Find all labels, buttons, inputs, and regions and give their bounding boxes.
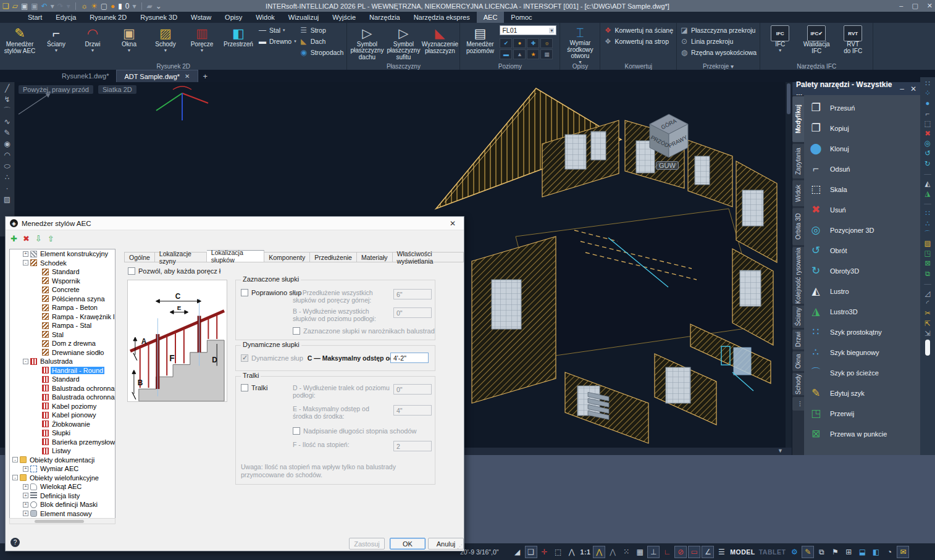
tree-expander-icon[interactable]: + <box>23 511 28 516</box>
point-icon[interactable]: · <box>6 184 9 193</box>
join-icon[interactable]: ⧉ <box>925 270 930 278</box>
ortho-icon[interactable]: ⊘ <box>674 546 687 558</box>
tree-item-stal[interactable]: Stal <box>10 330 115 340</box>
view-cube[interactable]: GÓRA PRZÓD PRAWY <box>646 112 692 161</box>
tree-item-standard[interactable]: Standard <box>10 267 115 277</box>
break-icon[interactable]: ◳ <box>925 249 931 257</box>
tree-item-blok-definicji-maski[interactable]: +Blok definicji Maski <box>10 500 115 509</box>
sketch-icon[interactable]: ✎ <box>4 128 10 137</box>
palette-item-lustro[interactable]: ◭Lustro <box>808 281 920 301</box>
ribbon-button-rzedna-wysokosciowa[interactable]: ◍Rzędna wysokościowa <box>680 48 757 57</box>
ribbon-button-dach[interactable]: ◣Dach <box>300 36 344 46</box>
palette-item-lustro3d[interactable]: ◮Lustro3D <box>808 301 920 322</box>
dialog-tab-lokalizacja-s-upkow[interactable]: Lokalizacja słupków <box>207 250 264 262</box>
ribbon-button-walidacja-ifc[interactable]: IFC✔Walidacja IFC <box>799 23 834 61</box>
match-properties-icon[interactable]: ▰ <box>147 2 153 10</box>
trim-icon[interactable]: ✂ <box>925 309 931 317</box>
tree-item-rampa-beton[interactable]: Rampa - Beton <box>10 303 115 312</box>
tree-item-handrail-round[interactable]: Handrail - Round <box>10 366 115 375</box>
tree-item-wspornik[interactable]: Wspornik <box>10 277 115 286</box>
ribbon-button-schody[interactable]: ▨Schody▼ <box>148 23 183 61</box>
ucs-icon-icon[interactable]: ∟ <box>661 546 673 558</box>
tree-item-standard[interactable]: Standard <box>10 375 115 384</box>
tree-expander-icon[interactable]: - <box>23 359 28 364</box>
scale-icon[interactable]: ⬚ <box>925 120 931 128</box>
ribbon-button-drzwi[interactable]: ◠Drzwi▼ <box>75 23 111 61</box>
tree-expander-icon[interactable]: + <box>23 502 28 508</box>
divider-icon[interactable]: — <box>924 170 931 178</box>
settings-gear-icon[interactable]: ⚙ <box>788 546 800 558</box>
tread-length-override-checkbox[interactable] <box>293 427 300 435</box>
snap-tracking-icon[interactable]: ✛ <box>539 546 551 558</box>
dialog-close-icon[interactable]: ✕ <box>446 219 459 228</box>
level-combo[interactable]: FL01▾ <box>500 25 556 35</box>
level-user-icon[interactable]: ✚ <box>527 38 539 48</box>
unlock-icon[interactable]: ● <box>111 2 115 10</box>
tree-item-po-scienna-szyna[interactable]: Półścienna szyna <box>10 295 115 304</box>
extend-icon[interactable]: ⇱ <box>925 320 931 328</box>
dialog-tab-w-asciwosci-wyswietlania[interactable]: Właściwości wyświetlania <box>393 252 464 262</box>
fixed-posts-checkbox[interactable] <box>241 289 248 296</box>
ribbon-button-menedzer-stylow-aec[interactable]: ✎Menedżer stylów AEC <box>2 23 38 61</box>
command-filter-icon[interactable]: ▼ <box>778 448 783 454</box>
copy-clip-icon[interactable]: ⊞ <box>842 546 855 558</box>
ribbon-tab-wstaw[interactable]: Wstaw <box>184 12 218 23</box>
row-e-field[interactable]: 4" <box>393 405 432 416</box>
palette-tab-okna[interactable]: Okna <box>792 351 804 371</box>
tab-close-icon[interactable]: ✕ <box>185 73 190 80</box>
save-as-icon[interactable]: ▣ <box>31 2 38 10</box>
ribbon-button-wymiar-srodkowy-otworu[interactable]: ⌶Wymiar środkowy otworu▼ <box>562 23 598 61</box>
ribbon-button-symbol-p-aszczyzny-sufitu[interactable]: ▷Symbol płaszczyzny sufitu <box>385 23 421 61</box>
ribbon-tab-opisy[interactable]: Opisy <box>218 12 249 23</box>
level-line-icon[interactable]: ▬ <box>500 49 512 59</box>
arc-3pt-icon[interactable]: ◠ <box>4 151 10 159</box>
palette-tab-modyfikuj[interactable]: Modyfikuj <box>792 96 804 142</box>
palette-tab-[interactable]: … <box>792 397 804 411</box>
ribbon-button-menedzer-poziomow[interactable]: ▤Menedżer poziomów <box>462 23 498 61</box>
ribbon-tab-start[interactable]: Start <box>21 12 49 23</box>
row-b-field[interactable]: 0" <box>393 307 432 318</box>
palette-tab-sciany[interactable]: Ściany <box>792 306 804 328</box>
tree-item-balustrada-ochronna[interactable]: Balustrada ochronna <box>10 393 115 402</box>
dialog-title-bar[interactable]: ◈ Menedżer stylów AEC ✕ <box>6 217 464 230</box>
tree-item-obiekty-wielofunkcyjne[interactable]: -Obiekty wielofunkcyjne <box>10 474 115 483</box>
palette-close-icon[interactable]: ✕ <box>910 85 916 93</box>
new-drawing-icon[interactable]: ❏ <box>2 2 9 10</box>
collaborate-icon[interactable]: ⧉ <box>815 546 828 558</box>
help-icon[interactable]: ? <box>10 538 20 547</box>
tree-item-element-konstrukcyjny[interactable]: +Element konstrukcyjny <box>10 249 115 259</box>
close-icon[interactable]: ✕ <box>927 2 933 10</box>
minimize-icon[interactable]: – <box>899 2 903 10</box>
tree-item-concrete[interactable]: Concrete <box>10 285 115 295</box>
palette-item-klonuj[interactable]: ⬤Klonuj <box>808 138 920 159</box>
palette-tab-schody[interactable]: Schody <box>792 373 804 395</box>
snap-grid-dots-icon[interactable]: ⁙ <box>620 546 632 558</box>
palette-tab-drzwi[interactable]: Drzwi <box>792 330 804 349</box>
palette-item-szyk-po-sciezce[interactable]: ⌒Szyk po ścieżce <box>808 362 920 383</box>
level-lock-icon[interactable]: ● <box>513 38 526 48</box>
level-copy-icon[interactable]: ▦ <box>540 49 553 59</box>
edit-array-icon[interactable]: ▨ <box>925 240 931 248</box>
level-check-icon[interactable]: ✔ <box>500 38 512 48</box>
ribbon-button-sciany[interactable]: ⌐Ściany▼ <box>38 23 74 61</box>
tree-expander-icon[interactable]: + <box>23 493 28 498</box>
tree-item-rampa-kraweznik-l[interactable]: Rampa - Krawężnik l <box>10 312 115 322</box>
mirror-3d-icon[interactable]: ◮ <box>925 190 931 198</box>
erase-icon[interactable]: ✖ <box>925 130 931 138</box>
palette-tab-widok[interactable]: Widok <box>792 180 804 206</box>
tree-expander-icon[interactable]: - <box>23 260 28 265</box>
annotation-scale-icon[interactable]: ⋀ <box>566 546 578 558</box>
palette-item-pozycjoner-3d[interactable]: ◎Pozycjoner 3D <box>808 220 920 240</box>
line-icon[interactable]: ╱ <box>5 84 9 93</box>
palette-item-przesun[interactable]: ❐Przesuń <box>808 98 920 118</box>
palette-item-edytuj-szyk[interactable]: ✎Edytuj szyk <box>808 383 920 403</box>
annotation-visibility-icon[interactable]: ⋀ <box>593 546 605 558</box>
qat-overflow-icon[interactable]: ⌄ <box>156 2 162 10</box>
screen-monitor-icon[interactable]: ⬓ <box>856 546 868 558</box>
tree-item-rampa-stal[interactable]: Rampa - Stal <box>10 321 115 330</box>
ribbon-button-p-aszczyzna-przekroju[interactable]: ◪Płaszczyzna przekroju <box>680 25 757 35</box>
palette-minimize-icon[interactable]: – <box>900 85 904 93</box>
dialog-tab-komponenty[interactable]: Komponenty <box>264 252 310 262</box>
delete-style-icon[interactable]: ✖ <box>23 234 30 243</box>
sheet-icon[interactable]: ▢ <box>101 2 107 10</box>
